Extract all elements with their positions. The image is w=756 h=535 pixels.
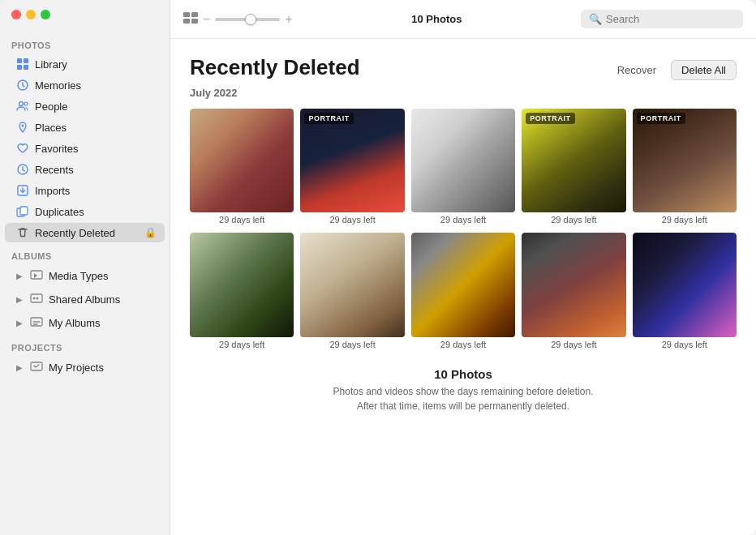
photo-thumb-8 (411, 233, 515, 336)
minimize-button[interactable] (26, 10, 36, 19)
sidebar-item-shared-albums[interactable]: ▶ Shared Albums (5, 289, 165, 310)
search-bar[interactable]: 🔍 (581, 10, 743, 28)
sidebar-item-my-albums[interactable]: ▶ My Albums (5, 312, 165, 334)
sidebar-item-library[interactable]: Library (5, 54, 165, 74)
sidebar-item-label-favorites: Favorites (35, 143, 157, 155)
sidebar-item-label-recently-deleted: Recently Deleted (35, 227, 139, 239)
photo-item-6[interactable]: 29 days left (190, 233, 294, 350)
sidebar-item-label-my-albums: My Albums (49, 317, 101, 329)
photo-thumb-4: PORTRAIT (522, 109, 625, 212)
photo-caption-8: 29 days left (411, 337, 515, 351)
sidebar-item-label-media-types: Media Types (49, 270, 108, 282)
people-icon (16, 100, 29, 113)
photo-item-7[interactable]: 29 days left (300, 233, 404, 350)
sidebar-item-recently-deleted[interactable]: Recently Deleted 🔒 (5, 223, 165, 242)
photo-thumb-2: PORTRAIT (300, 109, 404, 212)
zoom-slider[interactable] (215, 18, 280, 21)
photo-item-8[interactable]: 29 days left (411, 233, 515, 350)
photo-caption-2: 29 days left (300, 212, 404, 226)
photo-grid: 29 days leftPORTRAIT29 days left29 days … (190, 109, 737, 351)
photo-thumb-10 (633, 233, 737, 336)
page-title: Recently Deleted (190, 55, 360, 80)
places-icon (16, 121, 29, 134)
sidebar-item-label-library: Library (35, 58, 157, 71)
sidebar-item-my-projects[interactable]: ▶ My Projects (5, 357, 165, 379)
photo-item-9[interactable]: 29 days left (522, 233, 625, 350)
search-icon: 🔍 (589, 13, 602, 25)
photo-caption-1: 29 days left (190, 212, 294, 226)
sidebar-item-places[interactable]: Places (5, 118, 165, 137)
sidebar-item-recents[interactable]: Recents (5, 160, 165, 179)
footer-description: Photos and videos show the days remainin… (190, 384, 737, 413)
photo-caption-4: 29 days left (522, 212, 625, 226)
sidebar-item-label-imports: Imports (35, 185, 157, 197)
memories-icon (16, 79, 29, 92)
svg-rect-2 (17, 65, 22, 70)
heart-icon (16, 142, 29, 155)
grid-icon (16, 58, 29, 71)
photos-section-label: Photos (0, 32, 170, 54)
sidebar-item-duplicates[interactable]: Duplicates (5, 202, 165, 221)
lock-icon: 🔒 (144, 227, 157, 238)
photo-caption-7: 29 days left (300, 337, 404, 351)
zoom-minus: − (203, 12, 210, 27)
svg-rect-18 (183, 12, 190, 17)
svg-rect-11 (20, 207, 28, 215)
sidebar-item-label-duplicates: Duplicates (35, 206, 157, 218)
imports-icon (16, 184, 29, 197)
sidebar-item-favorites[interactable]: Favorites (5, 139, 165, 158)
my-albums-icon (30, 315, 43, 331)
view-icon (183, 12, 198, 26)
sidebar-item-people[interactable]: People (5, 96, 165, 116)
footer-info: 10 Photos Photos and videos show the day… (190, 367, 737, 430)
sidebar-item-label-places: Places (35, 122, 157, 134)
search-input[interactable] (606, 13, 735, 25)
fullscreen-button[interactable] (41, 10, 50, 19)
sidebar-item-label-people: People (35, 101, 157, 113)
svg-point-7 (22, 125, 24, 127)
svg-rect-1 (24, 58, 28, 63)
recover-button[interactable]: Recover (609, 61, 664, 79)
chevron-right-icon-2: ▶ (16, 295, 23, 304)
photo-item-4[interactable]: PORTRAIT29 days left (522, 109, 625, 226)
svg-rect-21 (191, 19, 198, 24)
photo-item-10[interactable]: 29 days left (633, 233, 737, 350)
section-date: July 2022 (190, 87, 737, 99)
sidebar-item-imports[interactable]: Imports (5, 181, 165, 200)
content-area: Recently Deleted Recover Delete All July… (170, 39, 756, 535)
photo-item-1[interactable]: 29 days left (190, 109, 294, 226)
main-content: − + 10 Photos 🔍 Recently Deleted Recover… (170, 0, 756, 535)
photo-item-3[interactable]: 29 days left (411, 109, 515, 226)
zoom-plus: + (285, 12, 292, 27)
portrait-badge-4: PORTRAIT (526, 113, 574, 124)
svg-point-15 (37, 297, 39, 300)
sidebar-item-memories[interactable]: Memories (5, 75, 165, 95)
svg-rect-20 (183, 19, 190, 24)
photo-caption-9: 29 days left (522, 337, 625, 351)
traffic-lights (11, 10, 50, 19)
photo-caption-5: 29 days left (633, 212, 737, 226)
delete-all-button[interactable]: Delete All (671, 60, 737, 80)
sidebar-item-media-types[interactable]: ▶ Media Types (5, 265, 165, 287)
projects-section-label: Projects (0, 335, 170, 356)
photo-caption-3: 29 days left (411, 212, 515, 226)
shared-albums-icon (30, 292, 43, 307)
photo-count-label: 10 Photos (411, 13, 462, 25)
sidebar-item-label-my-projects: My Projects (49, 362, 104, 374)
photo-thumb-7 (300, 233, 404, 336)
close-button[interactable] (11, 10, 21, 19)
svg-point-14 (33, 297, 36, 300)
photo-item-2[interactable]: PORTRAIT29 days left (300, 109, 404, 226)
trash-icon (16, 226, 29, 239)
photo-thumb-6 (190, 233, 294, 336)
toolbar-center: 10 Photos (301, 13, 573, 25)
my-projects-icon (30, 360, 43, 375)
svg-point-6 (24, 102, 28, 105)
photo-thumb-5: PORTRAIT (633, 109, 737, 212)
recents-icon (16, 163, 29, 176)
photo-thumb-1 (190, 109, 294, 212)
photo-caption-6: 29 days left (190, 337, 294, 351)
svg-point-5 (19, 102, 24, 106)
photo-item-5[interactable]: PORTRAIT29 days left (633, 109, 737, 226)
sidebar: Photos Library Memories People Places Fa… (0, 0, 170, 535)
